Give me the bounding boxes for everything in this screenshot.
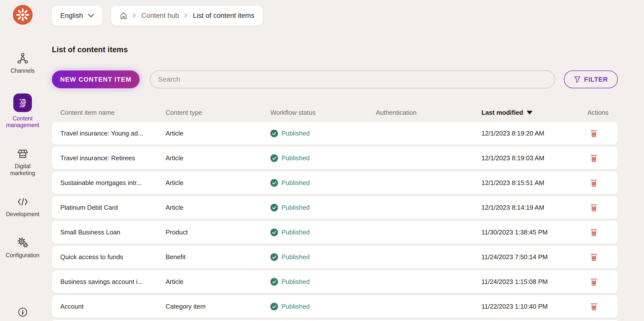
sidebar-item-label: Channels — [11, 68, 34, 74]
search-input[interactable] — [150, 71, 555, 88]
delete-button[interactable] — [588, 226, 600, 238]
status-label: Published — [282, 204, 310, 211]
table-row[interactable]: Travel insurance: Young ad... Article Pu… — [52, 122, 618, 145]
breadcrumb-separator-icon — [184, 13, 187, 18]
filter-funnel-icon — [574, 76, 581, 83]
workflow-status-badge: Published — [270, 154, 376, 162]
column-header-name[interactable]: Content item name — [60, 109, 166, 117]
sidebar-item-development[interactable]: Development — [0, 196, 45, 218]
table-row-partial — [52, 320, 618, 321]
content-items-table: Content item name Content type Workflow … — [52, 88, 618, 321]
digital-marketing-icon — [17, 148, 29, 160]
status-label: Published — [282, 179, 310, 187]
channels-icon — [17, 53, 29, 64]
column-header-type[interactable]: Content type — [166, 109, 270, 117]
published-check-icon — [270, 228, 278, 236]
cell-content-type: Article — [166, 154, 270, 162]
development-icon — [17, 196, 29, 208]
cell-content-type: Article — [166, 204, 270, 211]
delete-button[interactable] — [588, 300, 600, 312]
toolbar: NEW CONTENT ITEM FILTER — [52, 71, 618, 88]
column-header-last-modified[interactable]: Last modified — [482, 109, 588, 117]
delete-button[interactable] — [588, 276, 600, 288]
sidebar-item-label: Development — [6, 211, 40, 218]
status-label: Published — [282, 303, 310, 310]
cell-content-item-name: Business savings account i... — [60, 278, 166, 286]
cell-content-item-name: Platinum Debit Card — [60, 204, 166, 211]
delete-button[interactable] — [588, 177, 600, 189]
breadcrumb: Content hub List of content items — [111, 6, 263, 26]
configuration-icon — [17, 237, 29, 249]
breadcrumb-item-content-hub[interactable]: Content hub — [141, 12, 179, 20]
kentico-logo-icon[interactable] — [13, 5, 32, 25]
cell-last-modified: 11/30/2023 1:38:45 PM — [482, 228, 588, 236]
published-check-icon — [270, 179, 278, 187]
cell-last-modified: 12/1/2023 8:15:51 AM — [482, 179, 588, 187]
table-row[interactable]: Business savings account i... Article Pu… — [52, 270, 618, 293]
status-label: Published — [282, 278, 310, 286]
breadcrumb-separator-icon — [133, 13, 136, 18]
chevron-down-icon — [88, 14, 94, 17]
sidebar-item-digital-marketing[interactable]: Digital marketing — [0, 148, 45, 176]
table-row[interactable]: Quick access to funds Benefit Published … — [52, 246, 618, 268]
cell-content-item-name: Travel insurance: Young ad... — [60, 130, 166, 137]
info-icon[interactable] — [17, 307, 28, 317]
cell-content-item-name: Sustainable mortgages intr... — [60, 179, 166, 187]
status-label: Published — [282, 130, 310, 137]
trash-icon — [589, 227, 598, 237]
filter-button[interactable]: FILTER — [564, 71, 618, 88]
published-check-icon — [270, 154, 278, 162]
cell-last-modified: 11/24/2023 1:15:08 PM — [482, 278, 588, 286]
cell-last-modified: 11/22/2023 1:10:40 PM — [482, 303, 588, 310]
table-header: Content item name Content type Workflow … — [52, 103, 618, 122]
trash-icon — [589, 178, 598, 187]
workflow-status-badge: Published — [270, 303, 376, 310]
cell-last-modified: 12/1/2023 8:19:03 AM — [482, 154, 588, 162]
sidebar-nav: Channels Content management — [0, 53, 45, 278]
table-row[interactable]: Small Business Loan Product Published 11… — [52, 221, 618, 244]
column-header-authentication[interactable]: Authentication — [376, 109, 482, 117]
sidebar-item-content-management[interactable]: Content management — [0, 94, 45, 129]
language-value: English — [60, 12, 83, 20]
trash-icon — [589, 129, 598, 138]
workflow-status-badge: Published — [270, 278, 376, 286]
trash-icon — [589, 277, 598, 286]
cell-content-type: Article — [166, 179, 270, 187]
topbar: English Content hub List of content item… — [52, 6, 644, 26]
language-selector[interactable]: English — [52, 6, 102, 26]
sidebar-item-configuration[interactable]: Configuration — [0, 237, 45, 259]
cell-content-type: Article — [166, 130, 270, 137]
sidebar-item-label: Digital marketing — [3, 163, 42, 176]
new-content-item-button[interactable]: NEW CONTENT ITEM — [52, 71, 140, 88]
cell-content-type: Article — [166, 278, 270, 286]
table-row[interactable]: Sustainable mortgages intr... Article Pu… — [52, 171, 618, 194]
breadcrumb-item-current: List of content items — [193, 12, 254, 20]
sidebar-item-label: Configuration — [6, 252, 40, 259]
sidebar: Channels Content management — [0, 0, 45, 321]
delete-button[interactable] — [588, 202, 600, 213]
published-check-icon — [270, 130, 278, 137]
table-row[interactable]: Account Category item Published 11/22/20… — [52, 295, 618, 318]
delete-button[interactable] — [588, 152, 600, 164]
page-title: List of content items — [52, 45, 644, 54]
workflow-status-badge: Published — [270, 228, 376, 236]
column-header-workflow-status[interactable]: Workflow status — [270, 109, 376, 117]
cell-content-item-name: Quick access to funds — [60, 253, 166, 261]
table-row[interactable]: Platinum Debit Card Article Published 12… — [52, 196, 618, 219]
cell-last-modified: 11/24/2023 7:50:14 PM — [482, 253, 588, 261]
published-check-icon — [270, 303, 278, 310]
cell-content-item-name: Travel insurance: Retirees — [60, 154, 166, 162]
delete-button[interactable] — [588, 127, 600, 139]
published-check-icon — [270, 253, 278, 261]
workflow-status-badge: Published — [270, 179, 376, 187]
table-row[interactable]: Travel insurance: Retirees Article Publi… — [52, 147, 618, 169]
column-header-label: Last modified — [482, 109, 523, 117]
cell-content-type: Benefit — [166, 253, 270, 261]
home-icon[interactable] — [120, 12, 128, 20]
cell-content-type: Category item — [166, 303, 270, 310]
trash-icon — [589, 252, 598, 262]
status-label: Published — [282, 154, 310, 162]
sidebar-item-channels[interactable]: Channels — [0, 53, 45, 74]
delete-button[interactable] — [588, 251, 600, 263]
status-label: Published — [282, 253, 310, 261]
